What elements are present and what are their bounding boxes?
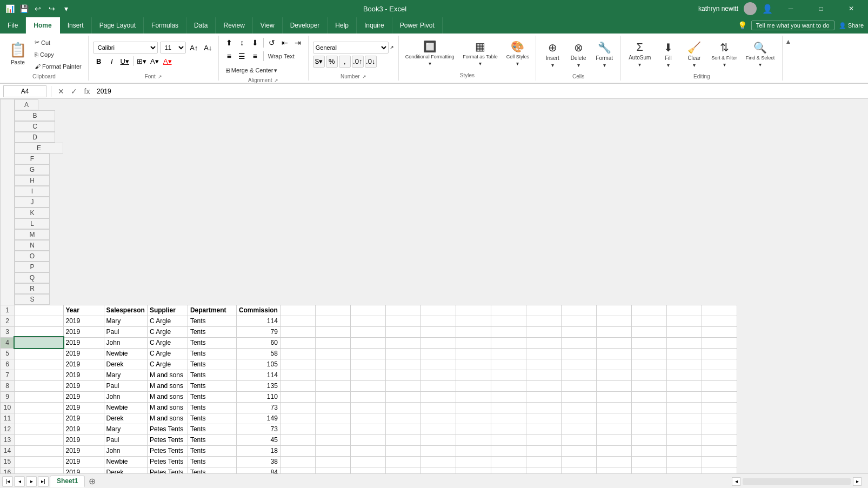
empty-cell[interactable] (631, 445, 666, 456)
cell-B8[interactable]: 2019 (63, 380, 104, 391)
empty-cell[interactable] (596, 467, 631, 473)
cell-B7[interactable]: 2019 (63, 370, 104, 380)
empty-cell[interactable] (561, 434, 596, 445)
font-size-select[interactable]: 11 (160, 42, 186, 54)
row-number-6[interactable]: 6 (1, 359, 15, 370)
empty-cell[interactable] (631, 348, 666, 359)
empty-cell[interactable] (315, 424, 350, 434)
empty-cell[interactable] (456, 445, 491, 456)
empty-cell[interactable] (702, 370, 737, 380)
row-number-9[interactable]: 9 (1, 391, 15, 402)
empty-cell[interactable] (631, 305, 666, 316)
empty-cell[interactable] (420, 305, 456, 316)
cell-D13[interactable]: Petes Tents (147, 434, 188, 445)
align-center-button[interactable]: ☰ (236, 50, 248, 62)
col-header-P[interactable]: P (15, 262, 50, 272)
empty-cell[interactable] (526, 424, 561, 434)
empty-cell[interactable] (350, 348, 385, 359)
empty-cell[interactable] (420, 316, 456, 326)
cell-A16[interactable] (15, 467, 64, 473)
empty-cell[interactable] (315, 359, 350, 370)
empty-cell[interactable] (385, 370, 420, 380)
cell-D15[interactable]: Petes Tents (147, 456, 188, 467)
empty-cell[interactable] (666, 456, 702, 467)
cell-C10[interactable]: Newbie (104, 402, 147, 413)
empty-cell[interactable] (280, 370, 315, 380)
row-number-3[interactable]: 3 (1, 326, 15, 337)
cell-C15[interactable]: Newbie (104, 456, 147, 467)
empty-cell[interactable] (456, 370, 491, 380)
bold-button[interactable]: B (93, 55, 105, 67)
cell-E3[interactable]: Tents (188, 326, 236, 337)
alignment-expand-icon[interactable]: ↗ (274, 78, 278, 83)
sheet-nav-prev[interactable]: ◂ (14, 476, 25, 487)
cell-B13[interactable]: 2019 (63, 434, 104, 445)
percent-button[interactable]: % (326, 56, 338, 68)
empty-cell[interactable] (350, 359, 385, 370)
empty-cell[interactable] (561, 402, 596, 413)
empty-cell[interactable] (631, 456, 666, 467)
empty-cell[interactable] (596, 402, 631, 413)
confirm-formula-icon[interactable]: ✓ (69, 87, 79, 96)
cell-C4[interactable]: John (104, 337, 147, 348)
empty-cell[interactable] (631, 402, 666, 413)
insert-dropdown-icon[interactable]: ▾ (551, 62, 554, 68)
underline-button[interactable]: U▾ (119, 55, 131, 67)
empty-cell[interactable] (596, 456, 631, 467)
empty-cell[interactable] (385, 359, 420, 370)
format-as-table-button[interactable]: ▦ Format as Table ▾ (459, 38, 500, 68)
cell-D4[interactable]: C Argle (147, 337, 188, 348)
col-header-A[interactable]: A (15, 99, 38, 110)
cell-E16[interactable]: Tents (188, 467, 236, 473)
empty-cell[interactable] (420, 424, 456, 434)
empty-cell[interactable] (280, 316, 315, 326)
empty-cell[interactable] (315, 456, 350, 467)
tab-inquire[interactable]: Inquire (357, 17, 392, 34)
cell-B12[interactable]: 2019 (63, 424, 104, 434)
empty-cell[interactable] (526, 391, 561, 402)
empty-cell[interactable] (491, 380, 526, 391)
col-header-K[interactable]: K (15, 208, 50, 218)
empty-cell[interactable] (456, 348, 491, 359)
empty-cell[interactable] (315, 434, 350, 445)
cell-F1[interactable]: Commission (236, 305, 280, 316)
empty-cell[interactable] (666, 348, 702, 359)
cell-A6[interactable] (15, 359, 64, 370)
cell-E11[interactable]: Tents (188, 413, 236, 424)
cell-F14[interactable]: 18 (236, 445, 280, 456)
format-dropdown-icon[interactable]: ▾ (603, 62, 606, 68)
empty-cell[interactable] (596, 370, 631, 380)
empty-cell[interactable] (491, 359, 526, 370)
cell-E6[interactable]: Tents (188, 359, 236, 370)
cell-D11[interactable]: M and sons (147, 413, 188, 424)
cell-B5[interactable]: 2019 (63, 348, 104, 359)
empty-cell[interactable] (491, 316, 526, 326)
empty-cell[interactable] (631, 391, 666, 402)
empty-cell[interactable] (456, 380, 491, 391)
empty-cell[interactable] (280, 359, 315, 370)
cell-E5[interactable]: Tents (188, 348, 236, 359)
cell-F8[interactable]: 135 (236, 380, 280, 391)
tab-insert[interactable]: Insert (60, 17, 92, 34)
empty-cell[interactable] (491, 434, 526, 445)
empty-cell[interactable] (280, 445, 315, 456)
cell-A12[interactable] (15, 424, 64, 434)
tell-me-input[interactable]: Tell me what you want to do (751, 21, 834, 30)
empty-cell[interactable] (561, 445, 596, 456)
number-expand-icon2[interactable]: ↗ (362, 74, 366, 79)
accounting-button[interactable]: $▾ (313, 56, 325, 68)
empty-cell[interactable] (631, 359, 666, 370)
empty-cell[interactable] (666, 413, 702, 424)
cell-D2[interactable]: C Argle (147, 316, 188, 326)
cell-D1[interactable]: Supplier (147, 305, 188, 316)
empty-cell[interactable] (456, 326, 491, 337)
cell-B3[interactable]: 2019 (63, 326, 104, 337)
increase-decimal-button[interactable]: .0↑ (352, 56, 364, 68)
cell-C8[interactable]: Paul (104, 380, 147, 391)
empty-cell[interactable] (526, 370, 561, 380)
empty-cell[interactable] (631, 413, 666, 424)
empty-cell[interactable] (280, 326, 315, 337)
cell-F7[interactable]: 114 (236, 370, 280, 380)
format-cells-button[interactable]: 🔧 Format ▾ (592, 39, 616, 70)
cell-E10[interactable]: Tents (188, 402, 236, 413)
